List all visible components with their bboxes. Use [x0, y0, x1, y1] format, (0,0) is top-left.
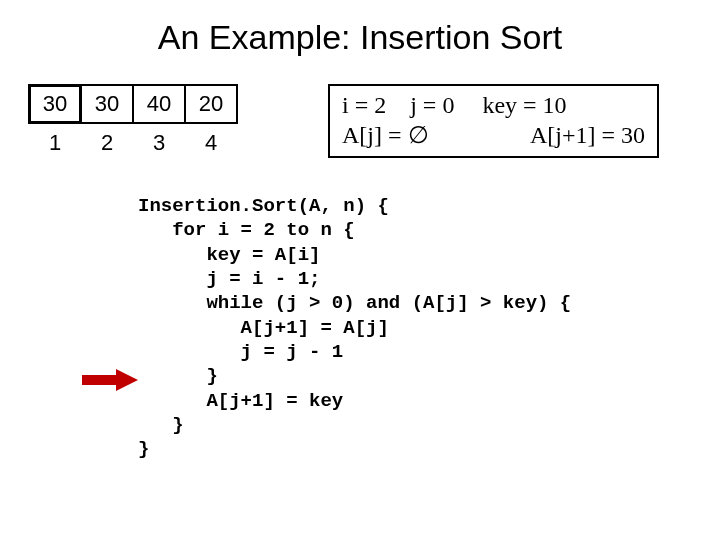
code-line: j = j - 1 — [138, 341, 343, 363]
code-line: for i = 2 to n { — [138, 219, 355, 241]
array-index: 2 — [80, 130, 134, 156]
array-row: 30 30 40 20 — [28, 84, 238, 124]
array-block: 30 30 40 20 1 2 3 4 — [28, 84, 238, 156]
array-index: 4 — [184, 130, 238, 156]
code-block: Insertion.Sort(A, n) { for i = 2 to n { … — [138, 194, 571, 461]
slide-title: An Example: Insertion Sort — [0, 0, 720, 57]
pointer-arrow-icon — [82, 369, 138, 391]
array-cell: 30 — [28, 84, 82, 124]
state-key: key = 10 — [482, 90, 566, 120]
array-index: 3 — [132, 130, 186, 156]
array-index: 1 — [28, 130, 82, 156]
array-cell: 40 — [132, 84, 186, 124]
code-line: } — [138, 414, 184, 436]
code-line: j = i - 1; — [138, 268, 320, 290]
array-cell: 30 — [80, 84, 134, 124]
code-line: key = A[i] — [138, 244, 320, 266]
svg-marker-0 — [82, 369, 138, 391]
code-line: } — [138, 365, 218, 387]
state-aj: A[j] = ∅ — [342, 120, 502, 150]
array-cell: 20 — [184, 84, 238, 124]
code-line: A[j+1] = key — [138, 390, 343, 412]
state-box: i = 2 j = 0 key = 10 A[j] = ∅ A[j+1] = 3… — [328, 84, 659, 158]
index-row: 1 2 3 4 — [28, 130, 238, 156]
code-line: A[j+1] = A[j] — [138, 317, 389, 339]
code-line: Insertion.Sort(A, n) { — [138, 195, 389, 217]
state-ij: i = 2 j = 0 — [342, 90, 454, 120]
code-line: } — [138, 438, 149, 460]
state-line-2: A[j] = ∅ A[j+1] = 30 — [342, 120, 645, 150]
state-aj1: A[j+1] = 30 — [530, 120, 645, 150]
code-line: while (j > 0) and (A[j] > key) { — [138, 292, 571, 314]
state-line-1: i = 2 j = 0 key = 10 — [342, 90, 645, 120]
